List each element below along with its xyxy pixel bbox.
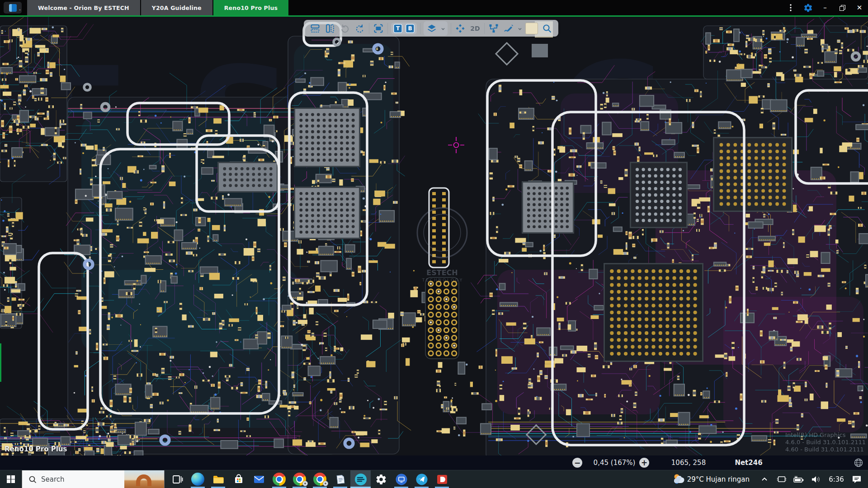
close-button[interactable]: ✕ [851,0,868,15]
profile-badge [323,481,328,486]
measure-icon[interactable] [503,23,514,34]
zoom-in-button[interactable]: + [639,458,649,468]
weather-readout[interactable]: 29°C Hujan ringan [687,475,750,483]
windows-logo-icon [7,475,15,483]
start-button[interactable] [0,470,22,488]
tab-y20a-guideline[interactable]: Y20A Guideline [141,0,212,15]
taskbar-app-chrome-2[interactable] [289,470,310,488]
file-explorer-icon [212,473,225,486]
orion-estech-icon [354,473,368,486]
flip-horizontal-icon[interactable] [309,23,321,34]
toolbar-separator [484,23,485,34]
menu-kebab-icon[interactable] [782,0,799,15]
task-view-icon [172,474,184,485]
settings-gear-icon[interactable] [799,0,816,15]
layer-toggle-group: T B [391,23,417,34]
tray-chevron-up-icon[interactable] [756,470,773,488]
2d-mode-button[interactable]: 2D [469,23,481,34]
telegram-icon [415,473,428,486]
profile-badge [302,481,308,486]
taskbar-app-notepad[interactable] [330,470,350,488]
task-view-button[interactable] [167,470,188,488]
tray-battery-icon[interactable] [790,470,807,488]
clock-readout[interactable]: 6:36 [825,470,848,488]
board-name-label: Reno10 Pro Plus [5,445,67,453]
taskbar-app-settings[interactable] [371,470,391,488]
bottom-layer-button[interactable]: B [406,24,415,33]
notification-center-icon[interactable] [848,470,865,488]
chevron-down-icon[interactable] [518,24,522,33]
app-logo-button[interactable]: ˅ [4,2,22,14]
taskbar-app-microsoft-store[interactable] [228,470,249,488]
taskbar-app-chrome-1[interactable] [269,470,289,488]
search-icon [28,475,37,483]
top-layer-button[interactable]: T [393,24,402,33]
nets-icon[interactable] [488,23,500,34]
toolbar-separator [451,23,451,34]
layers-dropdown-group [424,21,448,36]
taskbar-app-download-manager[interactable] [432,470,452,488]
taskbar-app-file-explorer[interactable] [208,470,228,488]
cursor-coordinates-readout: 1065, 258 [661,455,716,470]
tab-welcome[interactable]: Welcome - Orion By ESTECH [27,0,140,15]
edge-icon [191,473,204,486]
logo-caret-icon: ˅ [19,10,21,14]
notepad-icon [334,473,347,486]
taskbar: Search [0,470,868,488]
search-input[interactable]: Search [22,470,165,488]
layers-icon[interactable] [426,23,438,34]
tab-bar: ˅ Welcome - Orion By ESTECH Y20A Guideli… [0,0,868,15]
tray-volume-icon[interactable] [807,470,825,488]
taskbar-app-telegram[interactable] [411,470,432,488]
toolbar-separator [369,23,369,34]
search-placeholder: Search [41,475,65,483]
microsoft-store-icon [233,474,245,485]
floating-toolbar: T B 2D [304,20,558,37]
rotate-clockwise-icon[interactable] [354,23,366,34]
taskbar-app-edge[interactable] [188,470,208,488]
minimize-button[interactable]: – [816,0,834,15]
fit-view-icon[interactable] [373,23,384,34]
app-logo-icon [9,4,17,12]
chevron-down-icon[interactable] [441,24,445,33]
taskbar-app-chrome-3[interactable] [310,470,330,488]
weather-icon[interactable] [671,470,687,488]
tab-reno10-pro-plus[interactable]: Reno10 Pro Plus [213,0,288,15]
toolbar-separator [420,23,420,34]
download-manager-icon [436,474,448,485]
globe-icon[interactable] [854,458,863,469]
pcb-canvas[interactable] [0,17,868,455]
components-diamond-icon[interactable] [454,23,466,34]
pcb-viewport: T B 2D [0,17,868,455]
toolbar-separator [387,23,388,34]
flip-vertical-icon[interactable] [324,23,336,34]
selected-net-readout: Net246 [723,455,774,470]
taskbar-app-orion-estech[interactable] [350,470,371,488]
system-tray: 29°C Hujan ringan 6:36 [671,470,868,488]
tray-cast-icon[interactable] [773,470,790,488]
restore-button[interactable] [834,0,851,15]
gpu-watermark-text: Intel(R) HD Graphics 4.6.0 - Build 31.0.… [785,432,866,453]
window-controls: – ✕ [782,0,868,15]
status-bar: − 0,45 (167%) + 1065, 258 Net246 [0,455,868,470]
search-daily-image [124,470,164,488]
image-view-thumbnail[interactable] [525,23,538,34]
application-window: ˅ Welcome - Orion By ESTECH Y20A Guideli… [0,0,868,488]
taskbar-app-mail[interactable] [249,470,269,488]
search-icon[interactable] [541,23,553,34]
settings-gear-icon [375,474,387,485]
rotate-counterclockwise-icon[interactable] [339,23,351,34]
zoom-level-readout: 0,45 (167%) [585,455,644,470]
remote-desktop-icon [395,473,408,486]
mail-icon [253,473,265,486]
zoom-out-button[interactable]: − [572,458,582,468]
chrome-icon [273,473,286,486]
taskbar-app-remote-desktop[interactable] [391,470,411,488]
